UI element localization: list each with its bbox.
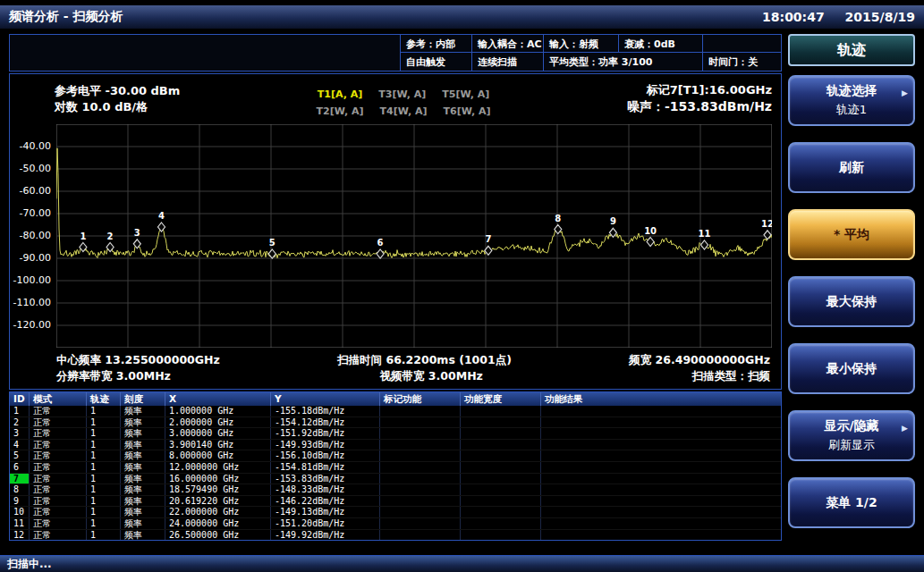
active-marker-readout: 标记7[T1]:16.00GHz (627, 81, 772, 98)
marker-table-row[interactable]: 7正常1频率16.000000 GHz-153.83dBm/Hz (10, 474, 781, 485)
date-readout: 2015/8/19 (845, 10, 915, 24)
marker-table-cell: 频率 (121, 496, 165, 507)
marker-table-cell: 24.000000 GHz (165, 518, 271, 529)
marker-table-cell (541, 440, 781, 450)
marker-id-cell: 6 (10, 462, 30, 473)
marker-table-cell (541, 518, 781, 529)
svg-text:9: 9 (610, 216, 616, 226)
marker-table-cell: 1 (87, 406, 121, 416)
marker-table-cell: 正常 (30, 450, 87, 461)
marker-table-cell: 正常 (30, 474, 87, 484)
setting-readout: 时间门：关 (703, 53, 781, 71)
y-axis-tick: -40.00 (10, 140, 51, 152)
marker-table-row[interactable]: 1正常1频率1.000000 GHz-155.18dBm/Hz (10, 406, 781, 417)
y-axis-tick: -100.00 (10, 274, 51, 286)
marker-id-cell: 12 (10, 530, 30, 541)
sweep-type-readout: 扫描类型：扫频 (692, 369, 771, 384)
menu-header-label: 轨迹 (837, 41, 866, 60)
marker-table-cell: 频率 (121, 428, 165, 439)
marker-table-cell (461, 484, 541, 495)
marker-table-cell: 1 (87, 530, 121, 541)
marker-table-cell: 12.000000 GHz (165, 462, 271, 473)
menu-page-button[interactable]: 菜单 1/2 (788, 477, 915, 528)
marker-table-cell: 1 (87, 450, 121, 461)
marker-table-cell: 1.000000 GHz (165, 406, 271, 416)
marker-table-cell: -146.22dBm/Hz (271, 496, 380, 507)
marker-table-row[interactable]: 11正常1频率24.000000 GHz-151.20dBm/Hz (10, 518, 781, 530)
titlebar: 频谱分析 - 扫频分析 18:00:47 2015/8/19 (0, 5, 924, 29)
marker-table-cell (461, 450, 541, 461)
y-axis-tick: -50.00 (10, 163, 51, 174)
marker-id-cell: 11 (10, 518, 30, 529)
button-label: 最小保持 (827, 361, 877, 377)
marker-table-row[interactable]: 8正常1频率18.579490 GHz-148.33dBm/Hz (10, 484, 781, 496)
marker-table-row[interactable]: 5正常1频率8.000000 GHz-156.10dBm/Hz (10, 450, 781, 462)
marker-id-cell: 1 (10, 406, 30, 416)
marker-table-cell: 26.500000 GHz (165, 530, 271, 541)
button-label: 轨迹选择 (827, 83, 877, 99)
sweep-time-readout: 扫描时间 66.2200ms (1001点) (337, 353, 512, 368)
trace-select-button[interactable]: ▶ 轨迹选择 轨迹1 (788, 75, 915, 126)
button-label: 菜单 1/2 (826, 495, 877, 511)
marker-table-row[interactable]: 10正常1频率22.000000 GHz-149.13dBm/Hz (10, 507, 781, 518)
button-sublabel: 轨迹1 (836, 102, 867, 118)
marker-table-row[interactable]: 12正常1频率26.500000 GHz-149.92dBm/Hz (10, 530, 781, 541)
marker-table-cell: 频率 (121, 462, 165, 473)
marker-table-row[interactable]: 3正常1频率3.000000 GHz-151.92dBm/Hz (10, 428, 781, 440)
marker-table-cell: -151.92dBm/Hz (271, 428, 380, 439)
marker-table-cell: -151.20dBm/Hz (271, 518, 380, 529)
marker-table-cell (541, 450, 781, 461)
noise-marker-readout: 噪声：-153.83dBm/Hz (627, 98, 772, 115)
marker-table-cell: 20.619220 GHz (165, 496, 271, 507)
trace-status-bar: T1[A, A]T3[W, A]T5[W, A]T2[W, A]T4[W, A]… (269, 85, 538, 119)
marker-table-cell: -149.92dBm/Hz (271, 530, 380, 541)
show-hide-button[interactable]: ▶ 显示/隐藏 刷新显示 (788, 410, 915, 461)
submenu-arrow-icon: ▶ (902, 424, 908, 433)
marker-table-cell (541, 417, 781, 428)
y-axis-tick: -90.00 (10, 252, 51, 264)
button-label: 显示/隐藏 (824, 418, 878, 434)
marker-table-cell: 正常 (30, 507, 87, 517)
svg-text:8: 8 (555, 214, 561, 223)
setting-readout: 自由触发 (401, 53, 472, 71)
average-button[interactable]: * 平均 (788, 209, 915, 260)
setting-readout (703, 35, 781, 52)
rbw-readout: 分辨率带宽 3.00MHz (56, 369, 171, 384)
marker-table-row[interactable]: 4正常1频率3.900140 GHz-149.93dBm/Hz (10, 440, 781, 451)
marker-table-cell: 1 (87, 484, 121, 495)
trace-status-label: T2[W, A] (317, 105, 364, 117)
marker-table-cell: 正常 (30, 518, 87, 529)
svg-text:5: 5 (269, 238, 276, 248)
marker-table-row[interactable]: 6正常1频率12.000000 GHz-154.81dBm/Hz (10, 462, 781, 474)
marker-table: ID模式轨迹刻度XY标记功能功能宽度功能结果 1正常1频率1.000000 GH… (9, 391, 782, 541)
marker-table-cell (461, 474, 541, 484)
marker-table-cell: 1 (87, 496, 121, 507)
status-bar: 扫描中... (0, 555, 924, 572)
marker-table-row[interactable]: 9正常1频率20.619220 GHz-146.22dBm/Hz (10, 496, 781, 508)
marker-table-cell: 8.000000 GHz (165, 450, 271, 461)
marker-table-row[interactable]: 2正常1频率2.000000 GHz-154.12dBm/Hz (10, 417, 781, 429)
table-column-header: 模式 (30, 392, 87, 406)
marker-table-cell (461, 518, 541, 529)
button-label: * 平均 (834, 227, 869, 243)
sweep-info-row-2: 分辨率带宽 3.00MHz 视频带宽 3.00MHz 扫描类型：扫频 (56, 369, 770, 384)
marker-table-cell: -156.10dBm/Hz (271, 450, 380, 461)
max-hold-button[interactable]: 最大保持 (788, 276, 915, 327)
button-label: 最大保持 (827, 294, 877, 310)
marker-table-cell (380, 440, 461, 450)
marker-table-cell (461, 440, 541, 450)
setting-readout: 输入耦合：AC (472, 35, 544, 52)
marker-id-cell: 8 (10, 484, 30, 495)
svg-text:10: 10 (644, 226, 657, 236)
marker-table-cell: 频率 (121, 507, 165, 517)
marker-table-cell: 1 (87, 417, 121, 428)
refresh-button[interactable]: 刷新 (788, 142, 915, 193)
marker-table-cell: -148.33dBm/Hz (271, 484, 380, 495)
spectrum-plot: 123456789101112 (56, 124, 772, 348)
table-column-header: 标记功能 (380, 392, 461, 406)
min-hold-button[interactable]: 最小保持 (788, 343, 915, 394)
marker-table-cell: 频率 (121, 518, 165, 529)
marker-table-cell: 正常 (30, 484, 87, 495)
setting-readout: 平均类型：功率 3/100 (544, 53, 703, 71)
marker-table-cell: 频率 (121, 417, 165, 428)
